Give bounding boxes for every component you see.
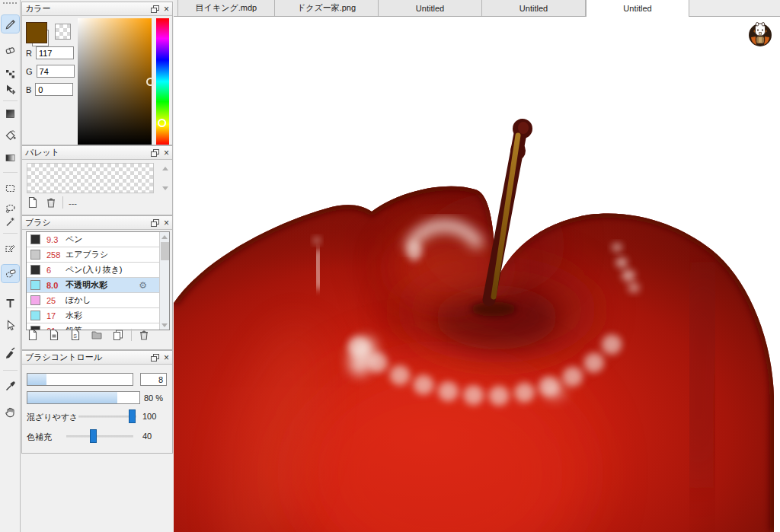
tool-magic-wand[interactable] [2,213,19,231]
scroll-up-arrow[interactable] [160,233,169,241]
brush-folder-button[interactable] [90,328,104,342]
scroll-thumb[interactable] [161,242,169,260]
brush-control-header[interactable]: ブラシコントロール × [22,351,172,365]
eraser-icon [4,43,17,56]
dock-icon[interactable] [151,354,159,362]
brush-size-value[interactable]: 8 [140,373,167,386]
tool-gradient[interactable] [2,149,19,167]
tool-hand[interactable] [2,403,19,421]
tool-select-eraser[interactable] [2,265,19,282]
gear-icon[interactable]: ⚙ [139,280,147,291]
tool-eraser[interactable] [2,41,19,59]
palette-panel: パレット × --- [21,145,173,215]
brush-control-title: ブラシコントロール [25,352,151,363]
gradient-icon [4,151,17,164]
refill-slider-knob[interactable] [90,429,97,443]
blue-label: B [26,85,31,94]
brush-name: 水彩 [66,310,156,321]
brush-row[interactable]: 9.3 ペン [27,232,169,247]
hue-cursor[interactable] [158,119,166,127]
saturation-value-square[interactable] [78,18,152,145]
brush-size-slider[interactable] [27,373,133,386]
green-field[interactable] [37,65,75,78]
color-panel-header[interactable]: カラー × [22,2,172,16]
mix-label: 混ざりやすさ [27,412,78,423]
close-icon[interactable]: × [164,354,169,362]
document-tab-active[interactable]: Untitled [586,0,689,17]
color-panel: カラー × R G B [21,2,173,145]
brush-add-script-button[interactable]: S [69,328,82,342]
document-tab[interactable]: 目イキング.mdp [177,0,275,16]
palette-new-button[interactable] [26,196,40,209]
brush-name: ぼかし [66,295,156,306]
brush-row-selected[interactable]: 8.0 不透明水彩 ⚙ [27,278,169,293]
palette-scroll-down[interactable] [161,184,170,192]
tab-label: 目イキング.mdp [196,2,257,14]
brush-delete-button[interactable] [137,328,151,342]
brush-add-bitmap-button[interactable] [47,328,61,342]
drawing-canvas[interactable] [174,17,780,532]
transparent-color-swatch[interactable] [55,24,71,40]
blue-field[interactable] [35,83,73,96]
close-icon[interactable]: × [164,149,169,157]
text-icon [4,296,17,309]
divider [62,196,63,209]
tool-eyedropper[interactable] [2,377,19,395]
brush-row[interactable]: 25 ぼかし [27,293,169,308]
green-label: G [26,67,33,76]
red-field[interactable] [36,46,74,59]
mix-slider-knob[interactable] [129,409,136,423]
tool-select-pen[interactable] [2,239,19,256]
refill-slider-track[interactable] [66,435,133,438]
palette-panel-header[interactable]: パレット × [22,146,172,160]
brush-opacity-fill [27,392,117,403]
hand-icon [4,406,17,419]
palette-swatch-area[interactable] [27,163,154,193]
tool-fill-rect[interactable] [2,105,19,123]
close-icon[interactable]: × [164,219,169,227]
tool-divide-pen[interactable] [2,344,19,362]
scroll-down-arrow[interactable] [160,321,169,329]
paint-app-window: カラー × R G B [0,0,780,532]
tool-select-rect[interactable] [2,180,19,197]
brush-duplicate-button[interactable] [111,328,125,342]
tab-label: Untitled [623,4,651,13]
palette-delete-button[interactable] [44,196,58,209]
document-tab[interactable]: Untitled [482,0,586,16]
close-icon[interactable]: × [164,5,169,13]
dock-icon[interactable] [151,5,159,13]
bucket-icon [4,129,17,142]
tab-label: Untitled [519,4,548,13]
red-row: R [26,46,74,59]
brush-name: エアブラシ [66,249,156,260]
object-pick-icon [4,319,17,332]
document-tab[interactable]: Untitled [379,0,482,16]
brush-opacity-slider[interactable] [27,391,140,404]
apple-artwork [174,17,780,532]
pen-icon [4,18,17,30]
tool-pen[interactable] [2,15,19,33]
foreground-color-swatch[interactable] [26,22,47,43]
tool-move[interactable] [2,81,19,98]
brush-row[interactable]: 17 水彩 [27,308,169,323]
dock-icon[interactable] [151,219,159,227]
brush-list-scrollbar[interactable] [159,232,169,330]
brush-panel-header[interactable]: ブラシ × [22,216,172,230]
tool-object-pick[interactable] [2,317,19,334]
toolbar-grip[interactable] [2,2,18,5]
divide-pen-icon [4,346,17,359]
tool-text[interactable] [2,294,19,311]
panel-column: カラー × R G B [21,0,174,532]
brush-row[interactable]: 6 ペン(入り抜き) [27,263,169,278]
brush-row[interactable]: 258 エアブラシ [27,247,169,263]
tool-bucket[interactable] [2,126,19,144]
mix-slider-track[interactable] [78,416,136,418]
palette-scroll-up[interactable] [161,164,170,172]
select-pen-icon [4,241,17,254]
brush-swatch [30,295,40,305]
sv-cursor[interactable] [146,78,155,86]
document-tab[interactable]: ドクズー家.png [275,0,379,16]
dock-icon[interactable] [151,149,159,157]
brush-add-button[interactable] [26,328,40,342]
select-rect-icon [4,182,17,195]
